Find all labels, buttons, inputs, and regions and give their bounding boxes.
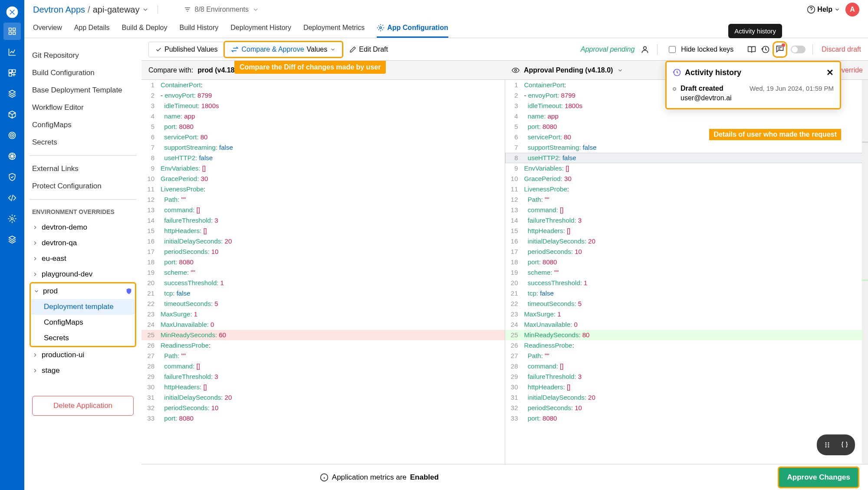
- apps-icon[interactable]: [3, 23, 21, 40]
- chevron-down-icon[interactable]: [142, 6, 149, 13]
- activity-comment-button[interactable]: [773, 41, 787, 58]
- activity-history-popover: Activity history ✕ Draft createdWed, 19 …: [665, 61, 841, 109]
- code-line: 15 httpHeaders: []: [505, 226, 868, 236]
- view-mode-toggle[interactable]: [817, 434, 855, 455]
- env-item-prod[interactable]: prod: [31, 283, 135, 299]
- chevron-down-icon: [834, 7, 840, 13]
- env-sub-item[interactable]: Deployment template: [31, 299, 135, 315]
- book-icon[interactable]: [745, 43, 759, 56]
- env-selector[interactable]: 8/8 Environments: [184, 6, 259, 13]
- discard-draft-button[interactable]: Discard draft: [822, 46, 861, 53]
- env-sub-item[interactable]: Secrets: [31, 330, 135, 346]
- code-line: 12 Path: "": [505, 194, 868, 205]
- env-item[interactable]: playground-dev: [30, 266, 136, 282]
- diff-callout-badge: Compare the Diff of changes made by user: [234, 61, 386, 74]
- tab-deployment-metrics[interactable]: Deployment Metrics: [303, 19, 365, 38]
- sidebar-item[interactable]: Secrets: [30, 134, 136, 151]
- chevron-right-icon: [32, 271, 38, 277]
- chart-icon[interactable]: [3, 43, 21, 61]
- code-line: 19 scheme: "": [141, 267, 505, 278]
- svg-point-12: [11, 218, 13, 220]
- close-button[interactable]: ✕: [826, 67, 834, 78]
- svg-point-10: [12, 135, 13, 136]
- layers-icon[interactable]: [3, 231, 21, 248]
- code-line: 4 name: app: [505, 111, 868, 122]
- diff-left-pane[interactable]: 1ContainerPort:2- envoyPort: 87993 idleT…: [141, 80, 505, 464]
- svg-point-18: [825, 442, 827, 444]
- sidebar-item[interactable]: Git Repository: [30, 47, 136, 64]
- diff-toolbar: Published Values Compare & Approve Value…: [141, 38, 868, 61]
- code-line: 8 useHTTP2: false: [141, 153, 505, 163]
- chevron-down-icon[interactable]: [617, 67, 623, 73]
- sidebar-item[interactable]: Base Deployment Template: [30, 82, 136, 99]
- history-icon[interactable]: [759, 43, 773, 56]
- dark-toggle[interactable]: [791, 46, 806, 53]
- code-line: 25MinReadySeconds: 60: [141, 330, 505, 340]
- code-line: 33 port: 8080: [141, 413, 505, 424]
- svg-point-14: [380, 27, 382, 29]
- delete-application-button[interactable]: Delete Application: [32, 396, 134, 416]
- approval-status: Approval pending: [581, 46, 635, 53]
- tab-app-details[interactable]: App Details: [74, 19, 110, 38]
- braces-icon[interactable]: [837, 437, 852, 453]
- tab-overview[interactable]: Overview: [33, 19, 62, 38]
- breadcrumb[interactable]: Devtron Apps / api-gateway: [33, 5, 149, 15]
- scrubber[interactable]: [862, 80, 868, 464]
- target-icon[interactable]: [3, 127, 21, 144]
- code-line: 32 periodSeconds: 10: [141, 403, 505, 413]
- grid-icon[interactable]: [3, 64, 21, 82]
- code-line: 29 failureThreshold: 3: [141, 372, 505, 382]
- env-item[interactable]: devtron-demo: [30, 220, 136, 235]
- grip-icon[interactable]: [819, 437, 835, 453]
- dot-icon: [673, 87, 676, 91]
- compare-approve-button[interactable]: Compare & Approve Values: [224, 41, 343, 58]
- code-line: 28 command: []: [505, 361, 868, 372]
- tab-build-history[interactable]: Build History: [179, 19, 218, 38]
- code-line: 14 failureThreshold: 3: [141, 215, 505, 226]
- breadcrumb-root[interactable]: Devtron Apps: [33, 5, 85, 15]
- code-line: 15 httpHeaders: []: [141, 226, 505, 236]
- code-line: 13 command: []: [505, 205, 868, 215]
- shield-check-icon[interactable]: [3, 168, 21, 186]
- approval-version-select[interactable]: Approval Pending (v4.18.0): [524, 66, 613, 74]
- approver-icon[interactable]: [638, 43, 652, 56]
- activity-tooltip: Activity history: [728, 24, 782, 38]
- env-sub-item[interactable]: ConfigMaps: [31, 315, 135, 330]
- wheel-icon[interactable]: [3, 148, 21, 165]
- sidebar-item[interactable]: Build Configuration: [30, 64, 136, 82]
- tab-build-deploy[interactable]: Build & Deploy: [122, 19, 168, 38]
- stack-icon[interactable]: [3, 85, 21, 102]
- env-item[interactable]: eu-east: [30, 251, 136, 266]
- breadcrumb-current[interactable]: api-gateway: [93, 5, 140, 15]
- code-line: 27 Path: "": [141, 351, 505, 361]
- sidebar-item[interactable]: ConfigMaps: [30, 116, 136, 134]
- code-line: 12 Path: "": [141, 194, 505, 205]
- tab-app-configuration[interactable]: App Configuration: [377, 19, 448, 38]
- sidebar-item[interactable]: Protect Configuration: [30, 178, 136, 195]
- cube-icon[interactable]: [3, 106, 21, 123]
- sidebar-item[interactable]: External Links: [30, 160, 136, 178]
- sidebar-item[interactable]: Workflow Editor: [30, 99, 136, 116]
- edit-draft-button[interactable]: Edit Draft: [343, 42, 394, 57]
- code-line: 20 successThreshold: 1: [505, 278, 868, 288]
- chevron-right-icon: [32, 352, 38, 358]
- avatar[interactable]: A: [845, 3, 859, 16]
- help-button[interactable]: Help: [807, 5, 840, 14]
- env-item[interactable]: devtron-qa: [30, 235, 136, 251]
- tab-deployment-history[interactable]: Deployment History: [230, 19, 291, 38]
- code-line: 30 httpHeaders: []: [141, 382, 505, 392]
- chevron-down-icon: [33, 288, 39, 294]
- logo[interactable]: [5, 5, 19, 19]
- code-line: 16 initialDelaySeconds: 20: [505, 236, 868, 247]
- code-line: 31 initialDelaySeconds: 20: [141, 392, 505, 403]
- published-values-button[interactable]: Published Values: [148, 42, 224, 57]
- approve-changes-button[interactable]: Approve Changes: [778, 467, 859, 488]
- code-icon[interactable]: [3, 189, 21, 207]
- svg-point-21: [828, 444, 829, 446]
- check-icon: [155, 46, 162, 53]
- env-item[interactable]: production-ui: [30, 347, 136, 363]
- code-line: 9EnvVariables: []: [141, 163, 505, 174]
- hide-locked-toggle[interactable]: Hide locked keys: [663, 42, 740, 57]
- settings-icon[interactable]: [3, 210, 21, 227]
- env-item[interactable]: stage: [30, 363, 136, 378]
